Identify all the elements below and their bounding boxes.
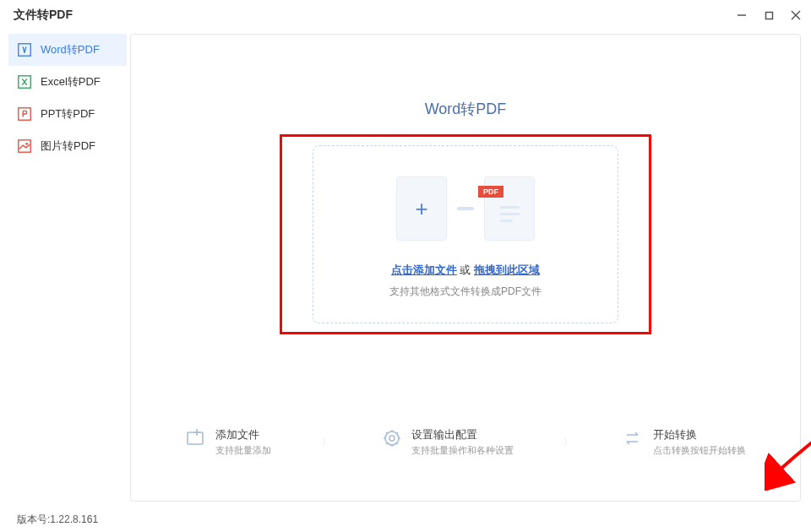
version-label: 版本号:1.22.8.161 [17,513,98,527]
drop-subtext: 支持其他格式文件转换成PDF文件 [330,285,601,299]
sidebar-item-label: Excel转PDF [41,74,101,90]
svg-rect-4 [19,44,30,56]
add-file-icon: + [396,176,447,241]
step-sub: 支持批量添加 [215,444,271,457]
close-button[interactable] [789,8,803,22]
step-title: 开始转换 [653,427,746,442]
sidebar-item-label: PPT转PDF [41,106,95,122]
pdf-file-icon: PDF [484,176,535,241]
drop-highlight: + PDF 点击添加文件 或 拖拽到此区域 支持其他格式 [280,134,651,334]
file-icons: + PDF [330,176,601,241]
chevron-right-icon: 〉 [563,437,572,448]
sidebar-item-label: Word转PDF [41,42,100,57]
step-sub: 支持批量操作和各种设置 [411,444,514,457]
pdf-badge: PDF [478,186,503,198]
convert-step-icon [623,427,645,449]
drag-here-link[interactable]: 拖拽到此区域 [474,263,540,276]
step-title: 添加文件 [215,427,271,442]
svg-point-8 [25,143,28,145]
svg-point-11 [389,436,395,441]
add-file-link[interactable]: 点击添加文件 [391,263,457,276]
svg-rect-9 [188,432,203,444]
sidebar-item-label: 图片转PDF [41,138,95,154]
step-convert[interactable]: 开始转换 点击转换按钮开始转换 [623,427,746,457]
sidebar: Word转PDF Excel转PDF PPT转PDF 图片转PDF [0,30,130,512]
app-title: 文件转PDF [14,8,73,23]
step-add-file[interactable]: 添加文件 支持批量添加 [185,427,271,457]
settings-step-icon [381,427,403,449]
drop-zone[interactable]: + PDF 点击添加文件 或 拖拽到此区域 支持其他格式 [313,145,618,323]
ppt-pdf-icon [17,106,32,122]
step-sub: 点击转换按钮开始转换 [653,444,746,457]
main-panel: Word转PDF + PDF [130,34,801,502]
step-settings[interactable]: 设置输出配置 支持批量操作和各种设置 [381,427,514,457]
steps-row: 添加文件 支持批量添加 〉 设置输出配置 支持批量操作和各种设置 〉 [156,427,775,457]
plus-icon: + [415,196,427,222]
pdf-lines-icon [500,206,524,226]
chevron-right-icon: 〉 [322,437,330,448]
minimize-button[interactable] [735,8,748,22]
excel-pdf-icon [17,74,32,90]
add-file-step-icon [185,427,207,449]
title-bar: 文件转PDF [0,0,811,30]
content: Word转PDF Excel转PDF PPT转PDF 图片转PDF Word转P… [0,30,811,512]
step-title: 设置输出配置 [411,427,514,442]
sidebar-item-ppt[interactable]: PPT转PDF [8,98,127,130]
word-pdf-icon [17,42,32,57]
svg-rect-1 [765,12,772,19]
drop-or: 或 [457,263,474,276]
main-title: Word转PDF [156,99,775,119]
arrow-separator-icon [457,207,474,210]
sidebar-item-image[interactable]: 图片转PDF [8,130,127,162]
maximize-button[interactable] [762,8,776,22]
drop-text: 点击添加文件 或 拖拽到此区域 [330,263,601,278]
window-controls [735,8,803,22]
image-pdf-icon [17,138,32,154]
sidebar-item-excel[interactable]: Excel转PDF [8,66,127,98]
sidebar-item-word[interactable]: Word转PDF [8,34,127,66]
